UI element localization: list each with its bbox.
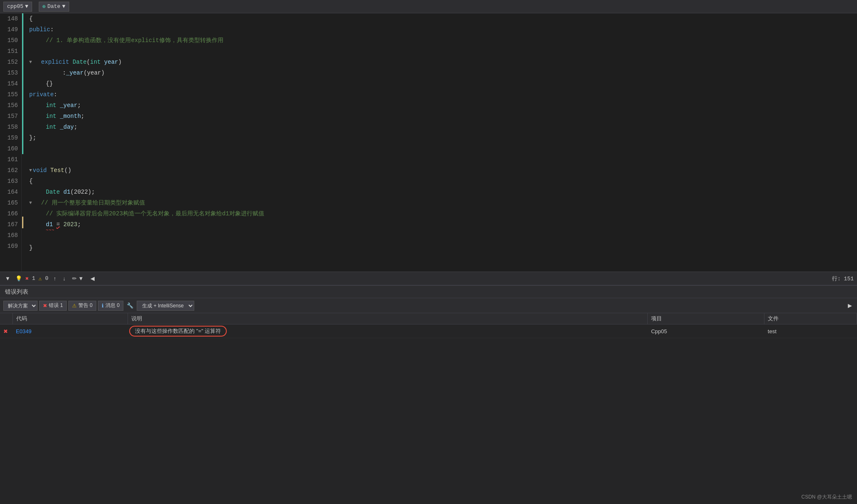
ln-163: 163 — [3, 176, 18, 187]
code-line-149: public: — [29, 24, 857, 35]
col-project: 项目 — [648, 313, 764, 324]
warning-count: 0 — [45, 275, 48, 282]
col-icon — [0, 313, 13, 324]
ln-155: 155 — [3, 89, 18, 100]
file-selector-1[interactable]: cpp05 ▼ — [3, 2, 32, 12]
panels-wrapper: 错误列表 解决方案 ✖ 错误 1 ⚠ 警告 0 ℹ 消息 0 — [0, 285, 857, 504]
ln-167: 167 — [3, 219, 18, 230]
code-line-160 — [29, 143, 857, 154]
error-row-file: test — [764, 324, 857, 338]
code-line-161 — [29, 154, 857, 165]
code-line-168 — [29, 232, 857, 242]
ln-154: 154 — [3, 78, 18, 89]
code-line-165: ▼ // 用一个整形变量给日期类型对象赋值 — [29, 197, 857, 208]
ln-159: 159 — [3, 132, 18, 143]
code-line-164: Date d1(2022); — [29, 187, 857, 197]
panel-title-bar: 错误列表 — [0, 286, 857, 298]
warning-indicator — [22, 217, 23, 228]
tools-btn[interactable]: 🔧 — [125, 302, 135, 309]
ln-151: 151 — [3, 46, 18, 57]
selector2-arrow: ▼ — [62, 3, 65, 10]
code-line-155: private: — [29, 89, 857, 100]
code-line-167: d1 = 2023; — [29, 219, 857, 230]
main-layout: cpp05 ▼ ⊕ Date ▼ 148 149 150 151 152 153… — [0, 0, 857, 504]
error-row-icon: ✖ — [0, 324, 13, 338]
selector1-arrow: ▼ — [25, 3, 28, 10]
error-table: 代码 说明 项目 文件 — [0, 313, 857, 338]
errors-filter-error-icon: ✖ — [43, 303, 47, 309]
ln-164: 164 — [3, 187, 18, 197]
code-line-157: int _month; — [29, 111, 857, 122]
edit-btn[interactable]: ✏ ▼ — [70, 274, 85, 282]
selector2-value: Date — [48, 3, 60, 10]
warnings-filter-label: 警告 0 — [78, 302, 93, 309]
code-line-169: } — [29, 242, 857, 253]
nav-btn[interactable]: ◀ — [89, 274, 96, 282]
ln-156: 156 — [3, 100, 18, 111]
code-line-162: ▼ void Test() — [29, 165, 857, 176]
indicator-bar — [22, 13, 24, 272]
errors-filter-btn[interactable]: ✖ 错误 1 — [39, 301, 67, 311]
error-table-body: ✖ E0349 没有与这些操作数匹配的 "=" 运算符 Cpp05 — [0, 324, 857, 338]
error-list-panel: 错误列表 解决方案 ✖ 错误 1 ⚠ 警告 0 ℹ 消息 0 — [0, 285, 857, 504]
error-row-description: 没有与这些操作数匹配的 "=" 运算符 — [128, 324, 648, 338]
ln-169: 169 — [3, 241, 18, 252]
warnings-filter-btn[interactable]: ⚠ 警告 0 — [68, 301, 96, 311]
ln-153: 153 — [3, 67, 18, 78]
code-line-159: }; — [29, 132, 857, 143]
selector2-icon: ⊕ — [43, 3, 46, 10]
ln-162: 162 — [3, 165, 18, 176]
ln-165: 165 — [3, 197, 18, 208]
warnings-filter-icon: ⚠ — [72, 303, 77, 309]
error-row-0[interactable]: ✖ E0349 没有与这些操作数匹配的 "=" 运算符 Cpp05 — [0, 324, 857, 338]
error-table-header: 代码 说明 项目 文件 — [0, 313, 857, 324]
error-code-value: E0349 — [16, 328, 32, 334]
code-line-158: int _day; — [29, 122, 857, 132]
up-btn[interactable]: ↑ — [52, 274, 58, 282]
code-content[interactable]: { public: // 1. 单参构造函数，没有使用explicit修饰，具有… — [24, 13, 857, 272]
top-bar: cpp05 ▼ ⊕ Date ▼ — [0, 0, 857, 13]
code-editor[interactable]: 148 149 150 151 152 153 154 155 156 157 … — [0, 13, 857, 272]
error-project-text: Cpp05 — [651, 328, 667, 334]
messages-filter-label: 消息 0 — [105, 302, 120, 309]
ln-166: 166 — [3, 208, 18, 219]
error-row-code: E0349 — [13, 324, 128, 338]
code-line-154: {} — [29, 78, 857, 89]
toolbar-dropdown-btn[interactable]: ▼ — [3, 274, 12, 282]
code-line-152: ▼ explicit Date(int year) — [29, 57, 857, 67]
errors-filter-label: 错误 1 — [49, 302, 63, 309]
build-select[interactable]: 生成 + IntelliSense — [137, 301, 194, 311]
code-line-156: int _year; — [29, 100, 857, 111]
ln-161: 161 — [3, 154, 18, 165]
code-line-150: // 1. 单参构造函数，没有使用explicit修饰，具有类型转换作用 — [29, 35, 857, 46]
error-count: 1 — [32, 275, 35, 282]
error-description-text: 没有与这些操作数匹配的 "=" 运算符 — [135, 328, 221, 334]
col-code: 代码 — [13, 313, 128, 324]
editor-bottom-toolbar: ▼ 💡 ✖ 1 ⚠ 0 ↑ ↓ ✏ ▼ ◀ 行: 151 — [0, 272, 857, 285]
code-line-166: // 实际编译器背后会用2023构造一个无名对象，最后用无名对象给d1对象进行赋… — [29, 208, 857, 219]
messages-filter-btn[interactable]: ℹ 消息 0 — [98, 301, 123, 311]
panel-title: 错误列表 — [5, 288, 28, 296]
col-file: 文件 — [764, 313, 857, 324]
fold-icon-152[interactable]: ▼ — [29, 57, 32, 67]
panel-scroll-right[interactable]: ▶ — [846, 302, 854, 309]
ln-168: 168 — [3, 230, 18, 241]
scope-select[interactable]: 解决方案 — [3, 301, 38, 311]
selector1-value: cpp05 — [7, 3, 23, 10]
header-row: 代码 说明 项目 文件 — [0, 313, 857, 324]
fold-icon-162[interactable]: ▼ — [29, 165, 32, 176]
file-selector-2[interactable]: ⊕ Date ▼ — [39, 2, 69, 12]
panel-toolbar: 解决方案 ✖ 错误 1 ⚠ 警告 0 ℹ 消息 0 🔧 生成 + Intelli… — [0, 298, 857, 313]
ln-152: 152 — [3, 57, 18, 67]
error-description-highlight: 没有与这些操作数匹配的 "=" 运算符 — [129, 326, 227, 337]
row-info: 行: 151 — [832, 275, 854, 282]
messages-filter-icon: ℹ — [102, 303, 104, 309]
fold-icon-165[interactable]: ▼ — [29, 197, 32, 208]
code-line-151 — [29, 46, 857, 57]
down-btn[interactable]: ↓ — [61, 274, 68, 282]
ln-158: 158 — [3, 122, 18, 132]
error-row-project: Cpp05 — [648, 324, 764, 338]
code-line-148: { — [29, 13, 857, 24]
error-file-text: test — [768, 328, 777, 334]
row-error-icon: ✖ — [3, 328, 8, 334]
